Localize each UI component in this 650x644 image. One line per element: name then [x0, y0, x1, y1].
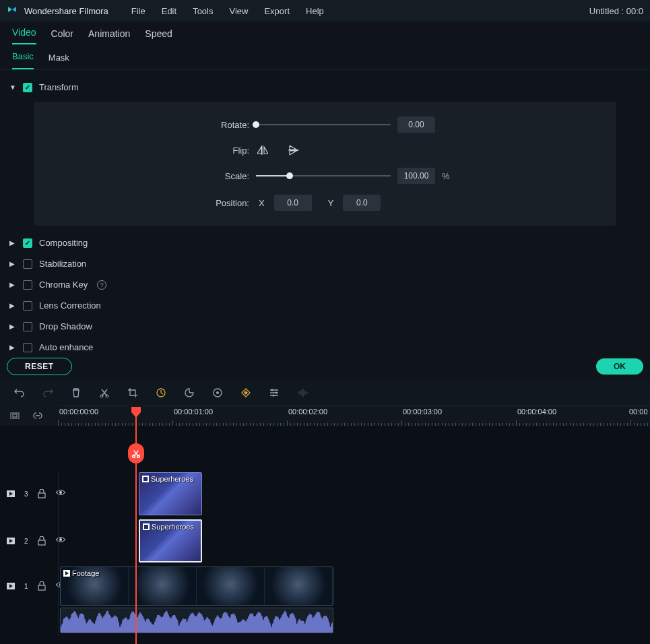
section-lens-correction[interactable]: ▶ Lens Correction: [7, 295, 643, 316]
section-stabilization[interactable]: ▶ Stabilization: [7, 253, 643, 274]
clip-audio[interactable]: [60, 608, 333, 633]
menu-tools[interactable]: Tools: [193, 6, 213, 16]
svg-rect-9: [13, 414, 17, 417]
compositing-checkbox[interactable]: ✓: [23, 238, 32, 248]
stabilization-checkbox[interactable]: [23, 259, 32, 269]
auto-enhance-checkbox[interactable]: [23, 343, 32, 352]
app-title: Wondershare Filmora: [24, 6, 108, 16]
scale-input[interactable]: [397, 168, 435, 184]
track-1: 1 Footage: [0, 565, 650, 608]
clip-superheroes-1[interactable]: Superheroes: [139, 472, 202, 515]
action-buttons: RESET OK: [0, 353, 650, 380]
properties-panel: ▼ ✓ Transform Rotate: Flip: Scale:: [0, 70, 650, 353]
svg-rect-13: [38, 493, 45, 498]
flip-vertical-icon[interactable]: [287, 143, 300, 157]
chroma-checkbox[interactable]: [23, 280, 32, 290]
lens-label: Lens Correction: [39, 300, 101, 311]
ruler-label-0: 00:00:00:00: [59, 408, 98, 416]
clip-superheroes-2[interactable]: Superheroes: [139, 519, 202, 562]
help-icon[interactable]: ?: [97, 280, 106, 290]
drop-shadow-checkbox[interactable]: [23, 322, 32, 331]
transform-label: Transform: [39, 82, 79, 92]
timeline-toolbar: [0, 380, 650, 406]
rotate-input[interactable]: [397, 117, 435, 133]
playhead-handle[interactable]: [131, 407, 141, 418]
section-drop-shadow[interactable]: ▶ Drop Shadow: [7, 316, 643, 337]
tab-video[interactable]: Video: [12, 27, 36, 44]
scale-slider[interactable]: [256, 175, 391, 176]
pos-x-label: X: [259, 198, 265, 208]
audio-mixer-icon[interactable]: [296, 387, 308, 399]
flip-label: Flip:: [61, 146, 249, 156]
crop-icon[interactable]: [127, 387, 139, 399]
cut-indicator-icon[interactable]: [128, 443, 144, 463]
svg-rect-21: [144, 525, 148, 529]
ruler-track[interactable]: 00:00:00:00 00:00:01:00 00:00:02:00 00:0…: [58, 406, 650, 426]
chevron-right-icon[interactable]: ▶: [9, 260, 16, 267]
ruler-label-2: 00:00:02:00: [288, 408, 327, 416]
svg-rect-8: [11, 413, 19, 418]
clip-footage[interactable]: Footage: [60, 567, 333, 606]
color-icon[interactable]: [183, 387, 195, 399]
flip-horizontal-icon[interactable]: [256, 143, 269, 157]
section-chroma-key[interactable]: ▶ Chroma Key ?: [7, 274, 643, 295]
reset-button[interactable]: RESET: [7, 358, 72, 375]
svg-point-7: [273, 395, 275, 397]
tab-animation[interactable]: Animation: [88, 28, 130, 44]
track-type-icon: [7, 538, 15, 544]
chevron-right-icon[interactable]: ▶: [9, 239, 16, 247]
record-icon[interactable]: [212, 387, 224, 399]
scale-unit: %: [442, 171, 450, 181]
delete-icon[interactable]: [70, 387, 82, 399]
timeline-tracks: 3 Superheroes 2 Superheroes 1: [0, 426, 650, 644]
pos-x-input[interactable]: [274, 195, 312, 211]
speed-icon[interactable]: [155, 387, 167, 399]
timeline-ruler: 00:00:00:00 00:00:01:00 00:00:02:00 00:0…: [0, 406, 650, 426]
link-icon[interactable]: [32, 410, 43, 421]
auto-enhance-label: Auto enhance: [39, 342, 93, 352]
app-logo-icon: [7, 5, 18, 16]
rotate-slider[interactable]: [256, 124, 391, 125]
tab-speed[interactable]: Speed: [145, 28, 172, 44]
track-3: 3 Superheroes: [0, 470, 650, 517]
lock-icon[interactable]: [38, 536, 46, 546]
chevron-right-icon[interactable]: ▶: [9, 323, 16, 330]
pos-y-input[interactable]: [343, 195, 381, 211]
chevron-right-icon[interactable]: ▶: [9, 281, 16, 288]
chevron-right-icon[interactable]: ▶: [9, 344, 16, 351]
ok-button[interactable]: OK: [596, 358, 643, 375]
primary-tabs: Video Color Animation Speed: [0, 22, 650, 44]
svg-point-5: [271, 389, 273, 391]
lens-checkbox[interactable]: [23, 301, 32, 311]
adjust-icon[interactable]: [268, 387, 280, 399]
secondary-tabs: Basic Mask: [0, 44, 650, 70]
lock-icon[interactable]: [38, 489, 46, 498]
menu-view[interactable]: View: [229, 6, 248, 16]
track-type-icon: [7, 490, 15, 497]
chevron-right-icon[interactable]: ▶: [9, 302, 16, 309]
menu-edit[interactable]: Edit: [162, 6, 176, 16]
transform-checkbox[interactable]: ✓: [23, 83, 32, 92]
undo-icon[interactable]: [13, 387, 26, 399]
redo-icon[interactable]: [42, 387, 54, 399]
document-title: Untitled : 00:0: [589, 6, 643, 16]
tab-basic[interactable]: Basic: [12, 51, 34, 69]
section-compositing[interactable]: ▶ ✓ Compositing: [7, 232, 643, 253]
section-transform[interactable]: ▼ ✓ Transform: [7, 77, 643, 98]
drop-shadow-label: Drop Shadow: [39, 321, 92, 331]
ruler-label-4: 00:00:04:00: [517, 408, 556, 416]
menu-file[interactable]: File: [131, 6, 145, 16]
stabilization-label: Stabilization: [39, 259, 86, 269]
svg-rect-18: [38, 540, 45, 545]
chevron-down-icon[interactable]: ▼: [9, 84, 16, 91]
menu-export[interactable]: Export: [264, 6, 290, 16]
section-auto-enhance[interactable]: ▶ Auto enhance: [7, 337, 643, 353]
tab-color[interactable]: Color: [51, 28, 73, 44]
tab-mask[interactable]: Mask: [48, 53, 69, 69]
timeline-zoom-icon[interactable]: [9, 410, 20, 421]
track-1-audio: [0, 608, 650, 635]
lock-icon[interactable]: [38, 581, 46, 591]
menu-help[interactable]: Help: [306, 6, 324, 16]
keyframe-icon[interactable]: [240, 387, 252, 399]
split-icon[interactable]: [98, 387, 110, 399]
